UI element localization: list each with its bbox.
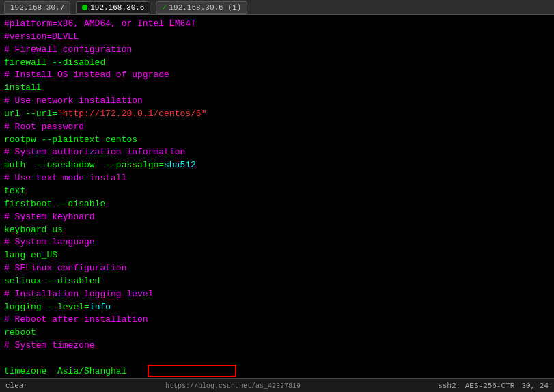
status-left: clear <box>5 382 28 390</box>
line-8: url --url="http://172.20.0.1/centos/6" <box>4 108 550 121</box>
line-12: auth --useshadow --passalgo=sha512 <box>4 159 550 172</box>
statusbar: clear https://blog.csdn.net/as_42327819 … <box>0 378 554 392</box>
line-5: # Install OS instead of upgrade <box>4 69 550 82</box>
terminal: #platform=x86, AMD64, or Intel EM64T #ve… <box>0 15 554 378</box>
line-17: keyboard us <box>4 224 550 237</box>
line-6: install <box>4 82 550 95</box>
line-4: firewall --disabled <box>4 57 550 70</box>
ssh-info: ssh2: AES-256-CTR <box>438 382 514 390</box>
tab-3[interactable]: ✓ 192.168.30.6 (1) <box>156 1 247 14</box>
line-23: logging --level=info <box>4 301 550 314</box>
line-1: #platform=x86, AMD64, or Intel EM64T <box>4 18 550 31</box>
clear-label: clear <box>5 382 28 390</box>
line-26: # System timezone <box>4 339 550 365</box>
line-22: # Installation logging level <box>4 288 550 301</box>
line-20: # SELinux configuration <box>4 262 550 275</box>
line-19: lang en_US <box>4 249 550 262</box>
line-18: # System language <box>4 236 550 249</box>
status-url: https://blog.csdn.net/as_42327819 <box>165 382 301 390</box>
tab-3-label: 192.168.30.6 (1) <box>169 3 241 12</box>
line-16: # System keyboard <box>4 211 550 224</box>
line-24: # Reboot after installation <box>4 313 550 326</box>
line-15: firstboot --disable <box>4 198 550 211</box>
line-11: # System authorization information <box>4 146 550 159</box>
line-14: text <box>4 185 550 198</box>
cursor-position: 30, 24 <box>521 382 549 390</box>
line-13: # Use text mode install <box>4 172 550 185</box>
titlebar: 192.168.30.7 192.168.30.6 ✓ 192.168.30.6… <box>0 0 554 15</box>
tab-1-label: 192.168.30.7 <box>10 3 64 12</box>
tab-3-check: ✓ <box>162 3 166 12</box>
tab-2-dot <box>82 5 87 10</box>
line-27: timezone Asia/Shanghai <box>4 365 550 378</box>
red-box-overlay <box>148 365 236 377</box>
status-right: ssh2: AES-256-CTR 30, 24 <box>438 382 549 390</box>
line-21: selinux --disabled <box>4 275 550 288</box>
tab-2-label: 192.168.30.6 <box>90 3 144 12</box>
line-25: reboot <box>4 326 550 339</box>
line-2: #version=DEVEL <box>4 31 550 44</box>
url-text: https://blog.csdn.net/as_42327819 <box>165 382 301 390</box>
line-9: # Root password <box>4 121 550 134</box>
line-3: # Firewall configuration <box>4 44 550 57</box>
tab-2[interactable]: 192.168.30.6 <box>76 1 150 14</box>
tab-1[interactable]: 192.168.30.7 <box>4 1 70 14</box>
line-10: rootpw --plaintext centos <box>4 134 550 147</box>
line-7: # Use network installation <box>4 95 550 108</box>
